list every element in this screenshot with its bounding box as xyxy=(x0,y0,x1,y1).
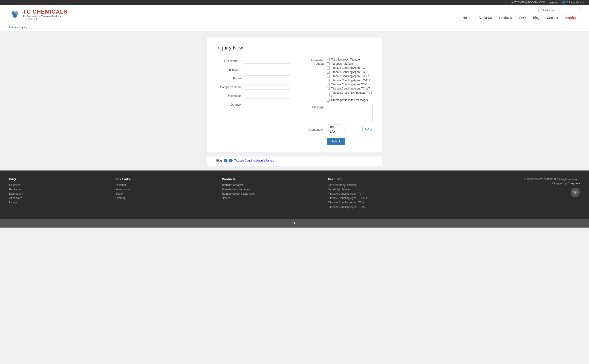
blog-link[interactable]: Titanate Coupling Agent's Usage xyxy=(234,159,274,162)
blog-section: Blog: i i Titanate Coupling Agent's Usag… xyxy=(207,156,382,166)
nav-inquiry[interactable]: Inquiry xyxy=(562,14,580,21)
footer-tc-logo xyxy=(572,189,578,195)
footer-site-links: Site Links Location Inquiry Now Search S… xyxy=(116,177,213,210)
product-checkbox-5[interactable] xyxy=(327,79,330,82)
quantity-group: Quantity xyxy=(216,102,290,107)
faq-aftersales-link[interactable]: After-sales xyxy=(9,196,22,200)
chevron-up-icon: ▲ xyxy=(293,221,296,225)
faq-packaging-link[interactable]: Packaging xyxy=(9,188,22,191)
product-checkbox-0[interactable] xyxy=(327,58,330,61)
refresh-link[interactable]: Refresh xyxy=(364,128,374,131)
product-titanium-catalyst[interactable]: Titanium Catalyst xyxy=(222,183,243,187)
product-checkbox-3[interactable] xyxy=(327,71,330,74)
phone-input[interactable] xyxy=(244,75,290,81)
list-item: Titanate Cross-linking Agent xyxy=(222,192,319,195)
featured-item-4[interactable]: Titanate Coupling Agent TC-wt xyxy=(328,201,365,204)
featured-item-2[interactable]: Titanate Coupling Agent TC-F xyxy=(328,192,364,195)
nav-blog[interactable]: Blog xyxy=(529,14,543,21)
svg-point-3 xyxy=(541,8,542,10)
footer-logo xyxy=(434,188,580,197)
footer-sitelinks-title: Site Links xyxy=(116,177,213,181)
phone-label: Phone xyxy=(216,77,244,80)
blog-icon-2: i xyxy=(229,159,233,162)
email-input[interactable] xyxy=(244,67,290,72)
breadcrumb-home[interactable]: Home xyxy=(9,26,17,29)
list-item: Distribution xyxy=(9,192,106,195)
destination-input[interactable] xyxy=(244,93,290,98)
featured-item-0[interactable]: Tetra-isopropyl Titanate xyxy=(328,183,357,187)
blog-label: Blog: xyxy=(216,159,222,162)
product-checkbox-6[interactable] xyxy=(327,83,330,86)
full-name-label: Full Name (*) xyxy=(216,59,244,63)
product-crosslinking-agent[interactable]: Titanate Cross-linking Agent xyxy=(222,192,256,195)
sitelink-sitemap[interactable]: Sitemap xyxy=(116,196,126,200)
company-input[interactable] xyxy=(244,84,290,90)
checkbox-item[interactable]: Titanate Coupling Agent TC-114 xyxy=(327,79,374,82)
checkbox-item[interactable]: Titanate Coupling Agent TC-27 xyxy=(327,75,374,78)
checkbox-item[interactable]: Titanate Coupling Agent TC-WT xyxy=(327,87,374,90)
designed-link[interactable]: Ycway.com xyxy=(567,182,580,185)
featured-item-1[interactable]: Tetrabutyl titanate xyxy=(328,188,350,191)
checkbox-item[interactable]: Titanate Cross-linking Agent TA-9-2 xyxy=(327,91,374,98)
checkbox-item[interactable]: Titanate Coupling Agent TC-2 xyxy=(327,70,374,74)
checkbox-item[interactable]: Tetrabutyl titanate xyxy=(327,62,374,65)
footer-logo-icon xyxy=(571,188,580,197)
nav-about[interactable]: About Us xyxy=(475,14,496,21)
full-name-input[interactable] xyxy=(244,58,290,64)
email-link[interactable]: ✉ TCCHEM@TCCHEM.COM xyxy=(511,1,545,4)
form-right: Interested Products Tetra-isopropyl Tita… xyxy=(299,58,374,145)
checkbox-item[interactable]: Titanate Coupling Agent TC-3 xyxy=(327,83,374,86)
company-group: Company Name xyxy=(216,84,290,90)
list-item: Titanate Coupling Agent TC-114 xyxy=(328,196,425,200)
nav-home[interactable]: Home xyxy=(459,14,475,21)
featured-item-3[interactable]: Titanate Coupling Agent TC-114 xyxy=(328,196,367,200)
list-item: Titanate Coupling Agent TA-9-2 xyxy=(328,205,425,208)
featured-item-5[interactable]: Titanate Coupling Agent TA-9-2 xyxy=(328,205,366,208)
list-item: Payment xyxy=(9,183,106,187)
sitelink-inquiry[interactable]: Inquiry Now xyxy=(116,188,130,191)
sitelink-location[interactable]: Location xyxy=(116,183,126,187)
phone-group: Phone xyxy=(216,75,290,81)
product-checkboxes: Tetra-isopropyl Titanate Tetrabutyl tita… xyxy=(327,58,374,102)
product-checkbox-4[interactable] xyxy=(327,75,330,78)
nav-products[interactable]: Products xyxy=(496,14,516,21)
footer-columns: FAQ Payment Packaging Distribution After… xyxy=(9,177,580,210)
products-group: Interested Products Tetra-isopropyl Tita… xyxy=(299,58,374,102)
footer-featured-list: Tetra-isopropyl Titanate Tetrabutyl tita… xyxy=(328,183,425,208)
footer-featured: Featured Tetra-isopropyl Titanate Tetrab… xyxy=(328,177,425,210)
product-checkbox-2[interactable] xyxy=(327,66,330,70)
search-bar[interactable] xyxy=(538,7,580,12)
nav-faq[interactable]: FAQ xyxy=(516,14,529,21)
search-input[interactable] xyxy=(543,8,578,11)
faq-usage-link[interactable]: Usage xyxy=(9,201,17,204)
captcha-group: Captcha (*) mS dz Refresh xyxy=(299,124,374,135)
product-coupling-agent[interactable]: Titanate Coupling Agent xyxy=(222,188,251,191)
product-checkbox-1[interactable] xyxy=(327,62,330,65)
list-item: Tetra-isopropyl Titanate xyxy=(328,183,425,187)
globe-icon: 🌐 xyxy=(562,1,565,4)
product-others[interactable]: Others xyxy=(222,196,230,200)
lgbing-link[interactable]: LGBING xyxy=(549,1,558,4)
checkbox-item[interactable]: Titanate Coupling Agent TC-F xyxy=(327,66,374,70)
message-textarea[interactable] xyxy=(327,105,373,121)
checkbox-item[interactable]: Tetra-isopropyl Titanate xyxy=(327,58,374,61)
checkbox-item[interactable]: Others (Write in the message) xyxy=(327,98,374,102)
product-checkbox-8[interactable] xyxy=(327,93,330,96)
captcha-input[interactable] xyxy=(344,127,362,132)
product-checkbox-7[interactable] xyxy=(327,87,330,90)
language-link[interactable]: 🌐 Chinese Version xyxy=(562,1,584,4)
product-checkbox-9[interactable] xyxy=(327,99,330,102)
faq-payment-link[interactable]: Payment xyxy=(9,183,20,187)
nav-contact[interactable]: Contact xyxy=(543,14,562,21)
quantity-input[interactable] xyxy=(244,102,290,107)
destination-group: Destination xyxy=(216,93,290,98)
main-nav: Home About Us Products FAQ Blog Contact … xyxy=(459,14,580,21)
scroll-top-button[interactable]: ▲ xyxy=(0,219,589,228)
faq-distribution-link[interactable]: Distribution xyxy=(9,192,23,195)
submit-button[interactable]: Submit xyxy=(327,138,345,145)
footer-faq-title: FAQ xyxy=(9,177,106,181)
sitelink-search[interactable]: Search xyxy=(116,192,124,195)
company-label: Company Name xyxy=(216,85,244,89)
list-item: Packaging xyxy=(9,188,106,191)
email-icon: ✉ xyxy=(511,1,513,4)
